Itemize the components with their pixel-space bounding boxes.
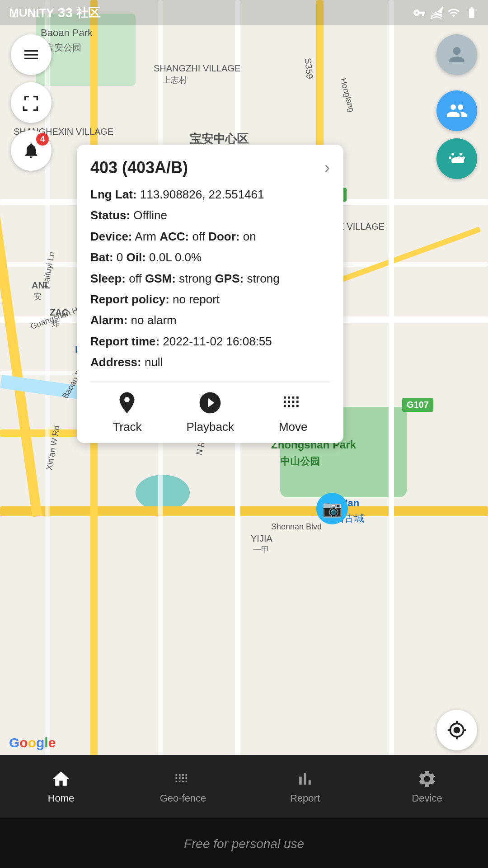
move-icon bbox=[280, 389, 307, 416]
track-action[interactable]: Track bbox=[113, 389, 141, 434]
status-community: MUNITY bbox=[9, 6, 54, 20]
status-bar: MUNITY 33 社区 bbox=[0, 0, 488, 25]
map-zac-cn: 炸 bbox=[52, 318, 60, 329]
playback-icon bbox=[197, 389, 224, 416]
wifi-off-icon bbox=[430, 6, 443, 19]
google-logo: Google bbox=[9, 735, 56, 750]
card-title: 403 (403A/B) bbox=[90, 158, 188, 177]
status-community2: 社区 bbox=[76, 5, 100, 21]
menu-button[interactable] bbox=[11, 34, 52, 75]
info-card: 403 (403A/B) › Lng Lat: 113.908826, 22.5… bbox=[77, 145, 343, 443]
key-icon bbox=[413, 6, 426, 19]
card-report-time: Report time: 2022-11-02 16:08:55 bbox=[90, 333, 330, 349]
signal-icon bbox=[447, 6, 460, 19]
card-sleep: Sleep: off GSM: strong GPS: strong bbox=[90, 270, 330, 287]
move-label: Move bbox=[279, 420, 308, 434]
nav-geofence[interactable]: Geo-fence bbox=[122, 769, 244, 804]
map-road-shennan: Shennan Blvd bbox=[271, 522, 322, 532]
card-bat: Bat: 0 Oil: 0.0L 0.0% bbox=[90, 249, 330, 265]
watermark-text: Free for personal use bbox=[184, 837, 304, 851]
locate-button[interactable] bbox=[436, 710, 477, 750]
nav-home[interactable]: Home bbox=[0, 769, 122, 804]
playback-action[interactable]: Playback bbox=[186, 389, 234, 434]
map-place-yijia: YIJIA bbox=[251, 533, 272, 544]
watermark: Free for personal use bbox=[0, 818, 488, 868]
avatar-button[interactable] bbox=[436, 34, 477, 75]
move-action[interactable]: Move bbox=[279, 389, 308, 434]
bottom-nav: Home Geo-fence Report Device bbox=[0, 755, 488, 818]
report-nav-label: Report bbox=[290, 793, 320, 804]
map-anl-cn: 安 bbox=[33, 291, 42, 302]
card-report-policy: Report policy: no report bbox=[90, 291, 330, 307]
svg-point-0 bbox=[123, 396, 131, 403]
card-alarm: Alarm: no alarm bbox=[90, 312, 330, 328]
card-status: Status: Offline bbox=[90, 207, 330, 223]
track-icon bbox=[113, 389, 141, 416]
report-nav-icon bbox=[295, 769, 315, 789]
track-label: Track bbox=[113, 420, 141, 434]
map-road-g107: G107 bbox=[402, 398, 433, 412]
home-nav-label: Home bbox=[48, 793, 75, 804]
battery-icon bbox=[465, 6, 479, 19]
home-nav-icon bbox=[51, 769, 71, 789]
map-place-yijia-cn: 一甲 bbox=[253, 544, 269, 555]
map-anl: ANL bbox=[32, 280, 50, 291]
device-nav-label: Device bbox=[412, 793, 442, 804]
nav-report[interactable]: Report bbox=[244, 769, 366, 804]
map-place-zhongshan-cn: 中山公园 bbox=[280, 455, 320, 468]
card-lng-lat: Lng Lat: 113.908826, 22.551461 bbox=[90, 186, 330, 203]
card-device: Device: Arm ACC: off Door: on bbox=[90, 228, 330, 245]
geofence-nav-label: Geo-fence bbox=[160, 793, 206, 804]
status-time: 33 bbox=[58, 5, 73, 20]
notification-button[interactable]: 4 bbox=[11, 130, 52, 171]
map-zac: ZAC bbox=[50, 307, 68, 318]
notification-badge: 4 bbox=[36, 133, 49, 146]
nav-device[interactable]: Device bbox=[366, 769, 488, 804]
map-marker-camera: 📷 bbox=[316, 493, 348, 524]
geofence-nav-icon bbox=[173, 769, 193, 789]
device-nav-icon bbox=[417, 769, 437, 789]
card-arrow[interactable]: › bbox=[324, 158, 330, 177]
expand-button[interactable] bbox=[11, 82, 52, 123]
playback-label: Playback bbox=[186, 420, 234, 434]
card-address: Address: null bbox=[90, 354, 330, 370]
